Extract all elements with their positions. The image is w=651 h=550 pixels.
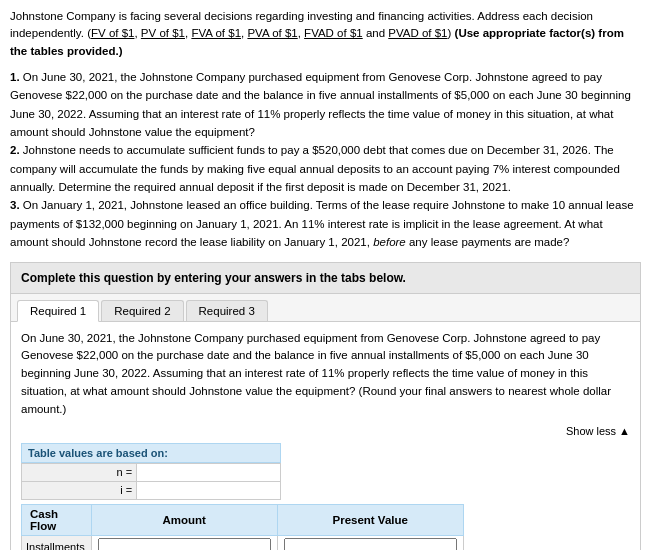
installments-pv-input[interactable]	[284, 538, 457, 550]
pvad-link[interactable]: PVAD of $1	[388, 27, 447, 39]
installments-amount-input[interactable]	[98, 538, 271, 550]
tab2-label: Required 2	[114, 305, 170, 317]
show-less-toggle[interactable]: Show less ▲	[21, 425, 630, 437]
p2-text: Johnstone needs to accumulate sufficient…	[10, 144, 620, 193]
complete-question-text: Complete this question by entering your …	[21, 271, 406, 285]
complete-question-box: Complete this question by entering your …	[10, 262, 641, 294]
problem-2: 2. Johnstone needs to accumulate suffici…	[10, 141, 641, 196]
i-label: i =	[22, 481, 137, 499]
tab-required-3[interactable]: Required 3	[186, 300, 268, 321]
tab1-label: Required 1	[30, 305, 86, 317]
fva-link[interactable]: FVA of $1	[191, 27, 241, 39]
i-input[interactable]	[141, 484, 276, 496]
installments-label: Installments	[22, 535, 92, 550]
fvad-link[interactable]: FVAD of $1	[304, 27, 363, 39]
p3-italic: before	[373, 236, 406, 248]
p2-label: 2.	[10, 144, 23, 156]
installments-pv[interactable]	[277, 535, 463, 550]
n-input[interactable]	[141, 466, 276, 478]
table-based-on-text: Table values are based on:	[28, 447, 168, 459]
p3-label: 3.	[10, 199, 23, 211]
i-input-cell[interactable]	[137, 481, 281, 499]
col-amount: Amount	[91, 504, 277, 535]
tab1-content: On June 30, 2021, the Johnstone Company …	[11, 322, 640, 550]
ni-input-table: n = i =	[21, 463, 281, 500]
cash-flow-table: Cash Flow Amount Present Value Installme…	[21, 504, 464, 550]
n-input-cell[interactable]	[137, 463, 281, 481]
installments-amount[interactable]	[91, 535, 277, 550]
fv-link[interactable]: FV of $1	[91, 27, 134, 39]
i-row: i =	[22, 481, 281, 499]
p3-text-end: any lease payments are made?	[409, 236, 569, 248]
problem-3: 3. On January 1, 2021, Johnstone leased …	[10, 196, 641, 251]
p1-text: On June 30, 2021, the Johnstone Company …	[10, 71, 631, 138]
problems-list: 1. On June 30, 2021, the Johnstone Compa…	[10, 68, 641, 252]
table-based-on-label: Table values are based on:	[21, 443, 281, 463]
tab-required-1[interactable]: Required 1	[17, 300, 99, 322]
n-label: n =	[22, 463, 137, 481]
main-container: Johnstone Company is facing several deci…	[0, 0, 651, 550]
tabs-section: Required 1 Required 2 Required 3 On June…	[10, 294, 641, 550]
table-row: Installments	[22, 535, 464, 550]
tabs-bar: Required 1 Required 2 Required 3	[11, 294, 640, 322]
pva-link[interactable]: PVA of $1	[247, 27, 297, 39]
p1-label: 1.	[10, 71, 23, 83]
problem-1: 1. On June 30, 2021, the Johnstone Compa…	[10, 68, 641, 142]
intro-paragraph: Johnstone Company is facing several deci…	[10, 8, 641, 60]
cash-flow-header-row: Cash Flow Amount Present Value	[22, 504, 464, 535]
tab3-label: Required 3	[199, 305, 255, 317]
tab-required-2[interactable]: Required 2	[101, 300, 183, 321]
show-less-text: Show less ▲	[566, 425, 630, 437]
col-present-value: Present Value	[277, 504, 463, 535]
n-row: n =	[22, 463, 281, 481]
tab1-description: On June 30, 2021, the Johnstone Company …	[21, 330, 630, 419]
col-cash-flow: Cash Flow	[22, 504, 92, 535]
pv-link[interactable]: PV of $1	[141, 27, 185, 39]
